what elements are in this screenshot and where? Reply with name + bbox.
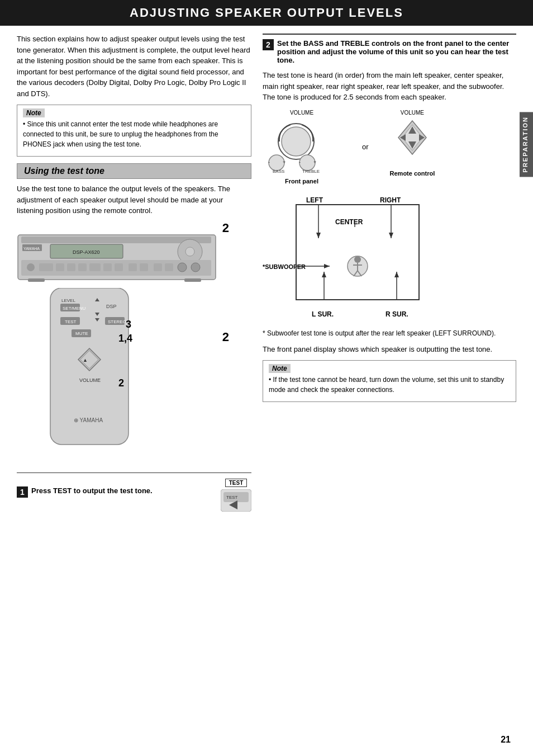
- front-panel-label: Front panel: [263, 178, 341, 185]
- svg-marker-89: [394, 272, 399, 277]
- svg-text:L SUR.: L SUR.: [312, 310, 334, 318]
- remote-image: LEVEL SET/MENU DSP TEST STEREO: [34, 288, 145, 450]
- svg-rect-19: [154, 263, 162, 271]
- svg-text:LEFT: LEFT: [306, 196, 323, 204]
- svg-text:+: +: [283, 159, 285, 165]
- svg-text:SET/MENU: SET/MENU: [63, 306, 86, 311]
- svg-rect-23: [28, 278, 45, 282]
- remote-control-label: Remote control: [390, 170, 435, 177]
- svg-marker-71: [389, 233, 393, 238]
- note2-text: • If the test tone cannot be heard, turn…: [269, 375, 510, 395]
- front-panel-display-text: The front panel display shows which spea…: [263, 344, 516, 355]
- right-column: 2 Set the BASS and TREBLE controls on th…: [263, 34, 516, 512]
- preparation-sidebar: PREPARATION: [520, 112, 533, 177]
- svg-rect-17: [129, 263, 137, 271]
- controls-diagram: VOLUME BASS - + TREBLE: [263, 110, 516, 185]
- diagram-num-2-mid: 2: [222, 330, 229, 344]
- subwoofer-note: * Subwoofer test tone is output after th…: [263, 328, 516, 338]
- note1-title: Note: [23, 108, 45, 117]
- svg-text:VOLUME: VOLUME: [79, 377, 101, 383]
- svg-text:-: -: [268, 159, 270, 165]
- svg-text:LEVEL: LEVEL: [61, 298, 75, 303]
- svg-rect-16: [115, 263, 123, 271]
- step1-row: 1 Press TEST to output the test tone. TE…: [17, 472, 251, 512]
- svg-text:TREBLE: TREBLE: [302, 169, 320, 174]
- page-title: ADJUSTING SPEAKER OUTPUT LEVELS: [0, 0, 533, 26]
- test-button-image: TEST TEST: [221, 479, 251, 512]
- svg-rect-10: [39, 263, 53, 271]
- svg-point-7: [185, 247, 194, 256]
- receiver-diagram-area: 2 YAMAHA DSP-AX620: [17, 221, 235, 467]
- svg-rect-13: [78, 263, 87, 271]
- intro-text: This section explains how to adjust spea…: [17, 34, 251, 99]
- svg-text:MUTE: MUTE: [75, 331, 88, 336]
- page-number: 21: [501, 735, 511, 745]
- svg-rect-18: [140, 263, 148, 271]
- or-label: or: [362, 143, 369, 151]
- step1-number: 1: [17, 486, 28, 498]
- note2-box: Note • If the test tone cannot be heard,…: [263, 360, 516, 402]
- svg-point-9: [27, 263, 35, 271]
- svg-text:⊕ YAMAHA: ⊕ YAMAHA: [74, 417, 103, 423]
- note2-title: Note: [269, 364, 291, 373]
- step1-bold-text: Press TEST to output the test tone.: [31, 486, 153, 495]
- svg-text:*SUBWOOFER: *SUBWOOFER: [263, 263, 306, 270]
- diagram-num-2-top: 2: [222, 221, 229, 235]
- svg-text:DSP: DSP: [106, 304, 117, 309]
- svg-text:STEREO: STEREO: [108, 319, 126, 324]
- svg-rect-20: [165, 263, 173, 271]
- front-panel-controls: VOLUME BASS - + TREBLE: [263, 110, 341, 185]
- svg-point-54: [299, 155, 315, 171]
- svg-text:BASS: BASS: [273, 169, 284, 174]
- step2-number: 2: [263, 39, 274, 50]
- svg-point-21: [178, 263, 187, 272]
- svg-point-78: [354, 256, 361, 263]
- svg-text:RIGHT: RIGHT: [380, 196, 401, 204]
- svg-marker-87: [322, 272, 326, 277]
- speaker-placement-section: LEFT RIGHT CENTER *SUBWOOFER: [263, 193, 516, 324]
- receiver-image: YAMAHA DSP-AX620: [17, 232, 218, 282]
- svg-text:+: +: [313, 159, 316, 165]
- svg-rect-14: [89, 263, 101, 271]
- svg-marker-69: [316, 233, 321, 238]
- volume-label-remote: VOLUME: [390, 110, 435, 116]
- left-column: This section explains how to adjust spea…: [17, 34, 251, 512]
- diagram-num-2-left: 2: [118, 377, 124, 389]
- diagram-num-3: 3: [126, 319, 131, 330]
- svg-marker-76: [324, 264, 330, 268]
- svg-text:TEST: TEST: [65, 319, 77, 324]
- diagram-num-14: 1,4: [118, 333, 132, 344]
- step2-bold-text: Set the BASS and TREBLE controls on the …: [277, 39, 509, 64]
- svg-rect-12: [67, 263, 75, 271]
- svg-text:DSP-AX620: DSP-AX620: [73, 249, 100, 255]
- section-heading: Using the test tone: [17, 163, 251, 179]
- remote-control-diagram: VOLUME Remote control: [390, 110, 435, 177]
- using-test-tone-text: Use the test tone to balance the output …: [17, 183, 251, 216]
- svg-text:R SUR.: R SUR.: [386, 310, 408, 318]
- svg-rect-24: [184, 278, 201, 282]
- svg-rect-15: [103, 263, 112, 271]
- svg-text:▲: ▲: [83, 357, 88, 363]
- svg-point-22: [191, 263, 200, 272]
- volume-label-top: VOLUME: [263, 110, 341, 116]
- step2-body-text: The test tone is heard (in order) from t…: [263, 70, 516, 103]
- svg-text:CENTER: CENTER: [335, 218, 363, 226]
- step2-section: 2 Set the BASS and TREBLE controls on th…: [263, 34, 516, 103]
- svg-text:YAMAHA: YAMAHA: [23, 247, 40, 251]
- svg-text:TEST: TEST: [226, 495, 238, 500]
- svg-rect-11: [56, 263, 64, 271]
- svg-point-50: [269, 155, 284, 171]
- note1-text: • Since this unit cannot enter the test …: [23, 119, 245, 149]
- note1-box: Note • Since this unit cannot enter the …: [17, 105, 251, 157]
- svg-point-49: [282, 127, 311, 156]
- svg-text:-: -: [299, 159, 301, 165]
